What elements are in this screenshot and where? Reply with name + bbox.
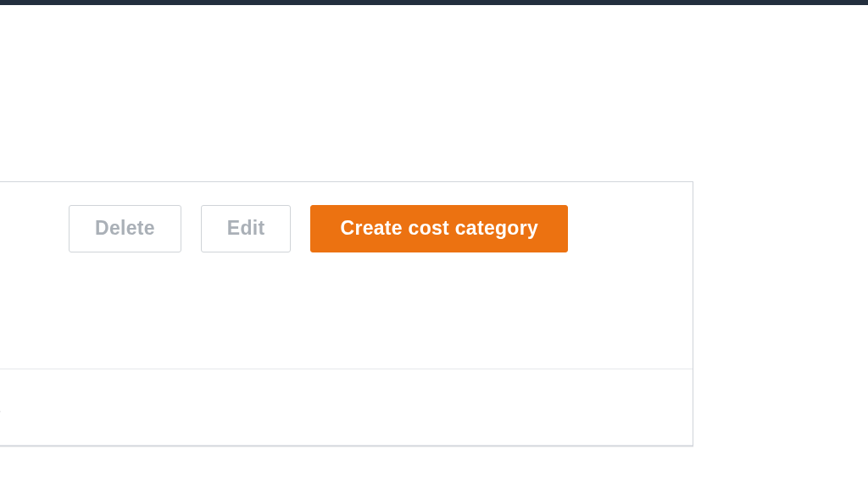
cost-categories-panel: Delete Edit Create cost category e categ… bbox=[0, 181, 693, 446]
create-cost-category-button[interactable]: Create cost category bbox=[310, 205, 568, 252]
section-title: e category costs bbox=[0, 395, 676, 421]
top-nav-bar bbox=[0, 0, 868, 5]
panel-toolbar: Delete Edit Create cost category bbox=[0, 182, 693, 275]
section-header: e category costs bbox=[0, 369, 693, 446]
edit-button[interactable]: Edit bbox=[201, 205, 292, 252]
delete-button[interactable]: Delete bbox=[69, 205, 181, 252]
